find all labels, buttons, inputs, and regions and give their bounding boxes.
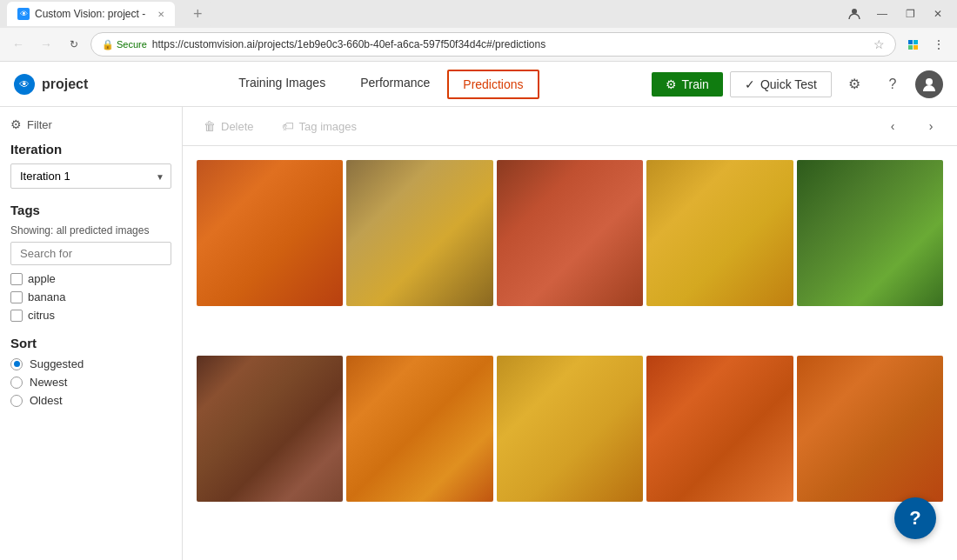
- content-toolbar: 🗑 Delete 🏷 Tag images ‹ ›: [183, 107, 957, 146]
- sidebar: ⚙ Filter Iteration Iteration 1 Iteration…: [0, 107, 183, 560]
- profile-button[interactable]: [842, 3, 867, 24]
- radio-oldest[interactable]: [10, 395, 23, 407]
- radio-suggested[interactable]: [10, 358, 23, 370]
- image-cell-6[interactable]: [197, 356, 343, 502]
- delete-icon: 🗑: [204, 119, 216, 133]
- svg-point-1: [926, 78, 933, 85]
- tag-checkbox-apple[interactable]: [10, 273, 23, 285]
- filter-toggle[interactable]: ⚙ Filter: [10, 117, 171, 131]
- secure-indicator: 🔒 Secure: [102, 39, 147, 50]
- nav-performance[interactable]: Performance: [343, 62, 447, 107]
- nav-predictions[interactable]: Predictions: [447, 70, 539, 99]
- refresh-button[interactable]: ↻: [63, 33, 85, 56]
- browser-actions: ⋮: [901, 33, 950, 56]
- app-title: project: [42, 77, 88, 92]
- tags-subtitle: Showing: all predicted images: [10, 224, 171, 237]
- tag-icon: 🏷: [282, 119, 294, 133]
- tab-favicon: 👁: [17, 8, 30, 20]
- url-text: https://customvision.ai/projects/1eb9e0c…: [152, 38, 865, 50]
- radio-suggested-fill: [14, 361, 20, 367]
- image-cell-8[interactable]: [497, 356, 643, 502]
- tag-images-button[interactable]: 🏷 Tag images: [275, 116, 364, 137]
- image-cell-5[interactable]: [797, 160, 943, 306]
- main-layout: ⚙ Filter Iteration Iteration 1 Iteration…: [0, 107, 957, 560]
- app-nav: Training Images Performance Predictions: [109, 62, 651, 107]
- sort-newest[interactable]: Newest: [10, 376, 171, 389]
- avatar[interactable]: [915, 70, 943, 98]
- browser-toolbar: ← → ↻ 🔒 Secure https://customvision.ai/p…: [0, 28, 957, 61]
- iteration-selector: Iteration 1 Iteration 2 ▼: [10, 163, 171, 189]
- image-grid: [183, 146, 957, 560]
- browser-chrome: 👁 Custom Vision: project - ✕ + — ❐ ✕ ← →…: [0, 0, 957, 62]
- prev-page-button[interactable]: ‹: [880, 114, 905, 138]
- minimize-button[interactable]: —: [870, 3, 894, 24]
- logo-icon: 👁: [14, 74, 35, 95]
- tags-search-input[interactable]: [10, 242, 171, 265]
- app-logo: 👁 project: [14, 74, 88, 95]
- image-cell-9[interactable]: [646, 356, 793, 502]
- content-area: 🗑 Delete 🏷 Tag images ‹ ›: [183, 107, 957, 560]
- sort-title: Sort: [10, 336, 171, 350]
- filter-icon: ⚙: [10, 117, 22, 131]
- header-actions: ⚙ Train ✓ Quick Test ⚙ ?: [652, 69, 944, 100]
- image-cell-1[interactable]: [197, 160, 343, 306]
- sort-oldest[interactable]: Oldest: [10, 394, 171, 407]
- checkmark-icon: ✓: [745, 77, 755, 91]
- browser-titlebar: 👁 Custom Vision: project - ✕ + — ❐ ✕: [0, 0, 957, 28]
- forward-button[interactable]: →: [35, 33, 57, 56]
- delete-button[interactable]: 🗑 Delete: [197, 116, 261, 137]
- image-cell-4[interactable]: [646, 160, 793, 306]
- image-cell-2[interactable]: [346, 160, 492, 306]
- maximize-button[interactable]: ❐: [898, 3, 922, 24]
- settings-button[interactable]: ⚙: [839, 69, 870, 100]
- extensions-button[interactable]: [901, 33, 924, 56]
- tag-checkbox-banana[interactable]: [10, 291, 23, 303]
- help-fab-button[interactable]: ?: [894, 497, 936, 539]
- tags-section: Tags Showing: all predicted images apple…: [10, 203, 171, 322]
- iteration-select[interactable]: Iteration 1 Iteration 2: [10, 163, 171, 189]
- new-tab-button[interactable]: +: [182, 2, 213, 26]
- train-icon: ⚙: [666, 77, 677, 91]
- train-button[interactable]: ⚙ Train: [652, 72, 723, 97]
- next-page-button[interactable]: ›: [919, 114, 943, 138]
- image-cell-3[interactable]: [497, 160, 643, 306]
- tag-checkbox-citrus[interactable]: [10, 310, 23, 322]
- sort-section: Sort Suggested Newest Oldest: [10, 336, 171, 407]
- url-bar[interactable]: 🔒 Secure https://customvision.ai/project…: [90, 32, 896, 57]
- more-button[interactable]: ⋮: [927, 33, 950, 56]
- nav-training-images[interactable]: Training Images: [221, 62, 343, 107]
- iteration-section-title: Iteration: [10, 142, 171, 157]
- image-cell-7[interactable]: [346, 356, 492, 502]
- tag-item-citrus[interactable]: citrus: [10, 309, 171, 322]
- quicktest-button[interactable]: ✓ Quick Test: [730, 71, 832, 97]
- tags-title: Tags: [10, 203, 171, 217]
- window-controls: — ❐ ✕: [842, 3, 950, 24]
- bookmark-icon[interactable]: ☆: [873, 37, 885, 51]
- image-cell-10[interactable]: [797, 356, 943, 502]
- tag-item-apple[interactable]: apple: [10, 272, 171, 285]
- tag-item-banana[interactable]: banana: [10, 290, 171, 303]
- svg-point-0: [852, 9, 857, 14]
- close-button[interactable]: ✕: [926, 3, 950, 24]
- help-button[interactable]: ?: [877, 69, 908, 100]
- tab-close-button[interactable]: ✕: [157, 10, 164, 19]
- browser-tab[interactable]: 👁 Custom Vision: project - ✕: [7, 2, 175, 26]
- sort-suggested[interactable]: Suggested: [10, 357, 171, 370]
- back-button[interactable]: ←: [7, 33, 30, 56]
- app-header: 👁 project Training Images Performance Pr…: [0, 62, 957, 107]
- radio-newest[interactable]: [10, 377, 23, 389]
- tab-title: Custom Vision: project -: [35, 8, 145, 20]
